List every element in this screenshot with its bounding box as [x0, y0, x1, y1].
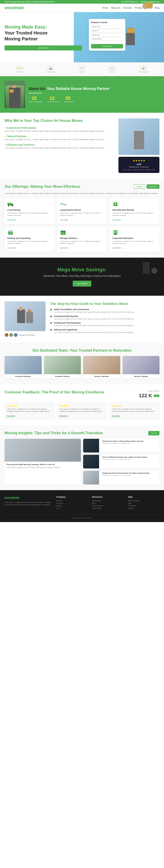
brands-bar: ★★★★★ Rating 5.0 🚛 Expert Movers ✓ Certi… [0, 62, 164, 76]
footer-link-about[interactable]: About Us [56, 500, 88, 501]
nav-about[interactable]: About Us [111, 7, 120, 9]
specialty-learn-more[interactable]: Learn More [112, 219, 121, 221]
service-long-distance: Long-Distance Moves Lorem ipsum ut sagit… [57, 198, 107, 224]
review-1-link[interactable]: Read More [7, 415, 15, 417]
svg-rect-15 [115, 231, 115, 232]
savings-desc: Streamline Your Move, Save Big, and Enjo… [5, 275, 159, 277]
feedback-header: Customer Feedback: The Proof of Our Movi… [5, 390, 159, 399]
nav-pricing[interactable]: Pricing [135, 7, 142, 9]
navigation: wooshwiz Home About Us Services Pricing … [0, 4, 164, 12]
service-packing: Packing and Unpacking Lorem ipsum ut sag… [5, 226, 54, 252]
quote-form: Request a Quote Get a Quote [89, 19, 125, 51]
move-size-input[interactable] [91, 33, 123, 36]
footer-link-press[interactable]: Press [56, 507, 88, 509]
team-member-4: Weston Trainito [123, 356, 160, 378]
footer-col-company: Company About Us Our Team Careers Press [56, 496, 88, 510]
nav-services[interactable]: Services [123, 7, 132, 9]
team-photo-4 [123, 356, 160, 374]
local-moving-learn-more[interactable]: Learn More [7, 219, 16, 221]
footer-link-testimonials[interactable]: Testimonials [92, 507, 123, 509]
feedback-heading: Customer Feedback: The Proof of Our Movi… [5, 390, 104, 395]
stat-experience: 32+ Years of Experience [29, 96, 43, 102]
step-dot-4 [50, 329, 52, 331]
explore-button[interactable]: Explore [134, 184, 145, 189]
moving-date-input[interactable] [91, 37, 123, 41]
svg-rect-0 [7, 203, 12, 206]
storage-learn-more[interactable]: Learn More [60, 247, 69, 249]
office-icon [112, 229, 119, 236]
review-3-link[interactable]: Read More [112, 415, 120, 417]
avatar-1 [5, 333, 9, 337]
insight-img-1 [5, 439, 81, 462]
corporate-learn-more[interactable]: Learn More [112, 247, 121, 249]
avatar-3 [14, 333, 18, 337]
why-photo [118, 118, 159, 155]
top-bar-phone: +1 (970) 555-0113 [121, 1, 138, 3]
offerings-actions: Explore Book Now [134, 184, 159, 189]
logo[interactable]: wooshwiz [5, 5, 24, 10]
insights-heading: Moving Insights: Tips and Tricks for a S… [5, 431, 103, 435]
hero-cta-button[interactable]: Get Started [5, 45, 82, 51]
brand-rating: ★★★★★ Rating 5.0 [16, 66, 23, 72]
nav-home[interactable]: Home [102, 7, 109, 9]
svg-point-5 [65, 204, 66, 205]
svg-point-3 [12, 205, 13, 207]
footer-top: wooshwiz Lorem ipsum ut sagittis est nun… [5, 496, 159, 510]
footer-link-support[interactable]: Support [128, 507, 159, 509]
why-content: Why We're Your Top Choice for House Move… [5, 118, 115, 173]
specialty-icon [112, 201, 119, 208]
book-now-button[interactable]: Book Now [147, 184, 159, 189]
quote-form-button[interactable]: Get a Quote [91, 44, 123, 49]
footer-link-careers[interactable]: Careers [56, 505, 88, 506]
footer-link-tips[interactable]: Moving Tips [92, 500, 123, 501]
hero-section: Moving Made Easy: Your Trusted House Mov… [0, 12, 164, 62]
reviews-grid: ★★★★★ Lorem ipsum ut sagittis est nunc t… [5, 402, 159, 420]
hero-content: Moving Made Easy: Your Trusted House Mov… [0, 12, 87, 62]
guide-photo [5, 302, 46, 331]
svg-point-4 [60, 204, 61, 205]
footer-bottom: Copyright © 2024 | wooshwiz [5, 515, 159, 519]
footer: wooshwiz Lorem ipsum ut sagittis est nun… [0, 490, 164, 522]
pack-icon [7, 229, 14, 236]
top-bar-left: Best Moving Services | Enjoy a Stress-Fr… [5, 1, 55, 3]
storage-icon [60, 229, 66, 236]
footer-link-blog[interactable]: Blog [92, 502, 123, 504]
svg-rect-18 [116, 232, 116, 233]
service-local-moving: Local Moving Lorem ipsum ut sagittis est… [5, 198, 54, 224]
savings-cta-button[interactable]: Get Started [73, 281, 91, 287]
footer-logo: wooshwiz [5, 496, 52, 499]
footer-link-contact[interactable]: Contact Us [128, 505, 159, 506]
team-member-3: Dustin Lefkowitz [83, 356, 120, 378]
footer-link-team[interactable]: Our Team [56, 502, 88, 504]
why-image-panel: ★★★★★ 4.5/5 Ratings from Customers Lorem… [118, 118, 159, 173]
stat-awards: 20+ Awards Won [65, 96, 74, 102]
insight-img-4 [83, 471, 99, 485]
why-item-1: ✓ Experienced Professionals Lorem ipsum … [5, 127, 115, 132]
brand-movers: 🚛 Expert Movers [46, 66, 55, 72]
services-grid: Local Moving Lorem ipsum ut sagittis est… [5, 198, 159, 252]
insights-side: Planning Your Move: A Step-by-Step Guide… [83, 439, 159, 485]
team-photo-3 [83, 356, 120, 374]
avatar-2 [9, 333, 13, 337]
nav-blog[interactable]: Blog [155, 7, 159, 9]
review-3: ★★★★★ Lorem ipsum ut sagittis est nunc t… [109, 402, 159, 420]
move-to-input[interactable] [91, 29, 123, 32]
review-2: ★★★★★ Lorem ipsum ut sagittis est nunc t… [57, 402, 107, 420]
see-all-button[interactable]: See All [148, 431, 159, 435]
footer-link-delivery[interactable]: Delivery Options [128, 500, 159, 501]
service-storage: Storage Solutions Lorem ipsum ut sagitti… [57, 226, 107, 252]
hero-image-area: Request a Quote Get a Quote [87, 12, 164, 62]
footer-link-faq[interactable]: FAQ [128, 502, 159, 504]
offerings-heading: Our Offerings: Making Your Move Effortle… [5, 185, 80, 189]
move-from-input[interactable] [91, 25, 123, 28]
guide-section: Contact Our Expert The Step-by-Step Guid… [0, 296, 164, 343]
total-reviews: Total Reviews 122 K New [139, 390, 159, 399]
savings-heading: Mega Move Savings: [5, 267, 159, 273]
packing-learn-more[interactable]: Learn More [7, 247, 16, 249]
long-distance-learn-more[interactable]: Learn More [60, 219, 69, 221]
brand-certified: ✓ Certified [78, 66, 85, 72]
step-dot-2 [50, 316, 52, 317]
why-section: Why We're Your Top Choice for House Move… [0, 113, 164, 179]
review-2-link[interactable]: Read More [59, 415, 68, 417]
footer-link-news[interactable]: News & Events [92, 505, 123, 506]
